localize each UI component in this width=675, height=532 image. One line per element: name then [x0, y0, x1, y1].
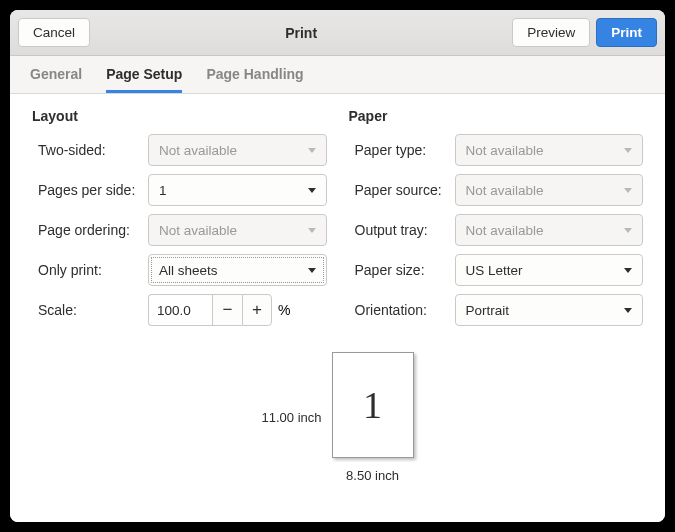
output-tray-select: Not available — [455, 214, 644, 246]
layout-heading: Layout — [32, 108, 327, 124]
chevron-down-icon — [624, 228, 632, 233]
chevron-down-icon — [308, 228, 316, 233]
paper-source-value: Not available — [466, 183, 544, 198]
tabs: General Page Setup Page Handling — [10, 56, 665, 94]
paper-size-value: US Letter — [466, 263, 523, 278]
two-sided-label: Two-sided: — [32, 142, 148, 158]
page-ordering-select: Not available — [148, 214, 327, 246]
preview-width-label: 8.50 inch — [346, 468, 399, 483]
scale-unit: % — [278, 302, 290, 318]
page-ordering-label: Page ordering: — [32, 222, 148, 238]
titlebar: Cancel Print Preview Print — [10, 10, 665, 56]
output-tray-value: Not available — [466, 223, 544, 238]
page-preview: 11.00 inch 1 8.50 inch — [32, 352, 643, 483]
chevron-down-icon — [308, 148, 316, 153]
chevron-down-icon — [308, 268, 316, 273]
orientation-select[interactable]: Portrait — [455, 294, 644, 326]
preview-button[interactable]: Preview — [512, 18, 590, 47]
only-print-label: Only print: — [32, 262, 148, 278]
only-print-select[interactable]: All sheets — [148, 254, 327, 286]
preview-height-label: 11.00 inch — [262, 410, 322, 425]
content-area: Layout Two-sided: Not available Pages pe… — [10, 94, 665, 522]
dialog-title: Print — [90, 25, 512, 41]
two-sided-select: Not available — [148, 134, 327, 166]
chevron-down-icon — [624, 268, 632, 273]
paper-heading: Paper — [349, 108, 644, 124]
scale-decrement-button[interactable]: − — [212, 294, 242, 326]
print-dialog: Cancel Print Preview Print General Page … — [10, 10, 665, 522]
orientation-label: Orientation: — [349, 302, 455, 318]
tab-general[interactable]: General — [30, 66, 82, 93]
two-sided-value: Not available — [159, 143, 237, 158]
scale-label: Scale: — [32, 302, 148, 318]
paper-source-select: Not available — [455, 174, 644, 206]
tab-page-handling[interactable]: Page Handling — [206, 66, 303, 93]
chevron-down-icon — [624, 188, 632, 193]
only-print-value: All sheets — [159, 263, 218, 278]
paper-type-label: Paper type: — [349, 142, 455, 158]
output-tray-label: Output tray: — [349, 222, 455, 238]
scale-increment-button[interactable]: + — [242, 294, 272, 326]
preview-page: 1 — [332, 352, 414, 458]
chevron-down-icon — [308, 188, 316, 193]
tab-page-setup[interactable]: Page Setup — [106, 66, 182, 93]
paper-type-select: Not available — [455, 134, 644, 166]
orientation-value: Portrait — [466, 303, 510, 318]
paper-size-select[interactable]: US Letter — [455, 254, 644, 286]
page-ordering-value: Not available — [159, 223, 237, 238]
paper-section: Paper Paper type: Not available Paper so… — [349, 108, 644, 334]
paper-size-label: Paper size: — [349, 262, 455, 278]
paper-source-label: Paper source: — [349, 182, 455, 198]
pages-per-side-value: 1 — [159, 183, 167, 198]
paper-type-value: Not available — [466, 143, 544, 158]
layout-section: Layout Two-sided: Not available Pages pe… — [32, 108, 327, 334]
chevron-down-icon — [624, 308, 632, 313]
print-button[interactable]: Print — [596, 18, 657, 47]
scale-input[interactable] — [148, 294, 212, 326]
cancel-button[interactable]: Cancel — [18, 18, 90, 47]
chevron-down-icon — [624, 148, 632, 153]
pages-per-side-label: Pages per side: — [32, 182, 148, 198]
pages-per-side-select[interactable]: 1 — [148, 174, 327, 206]
